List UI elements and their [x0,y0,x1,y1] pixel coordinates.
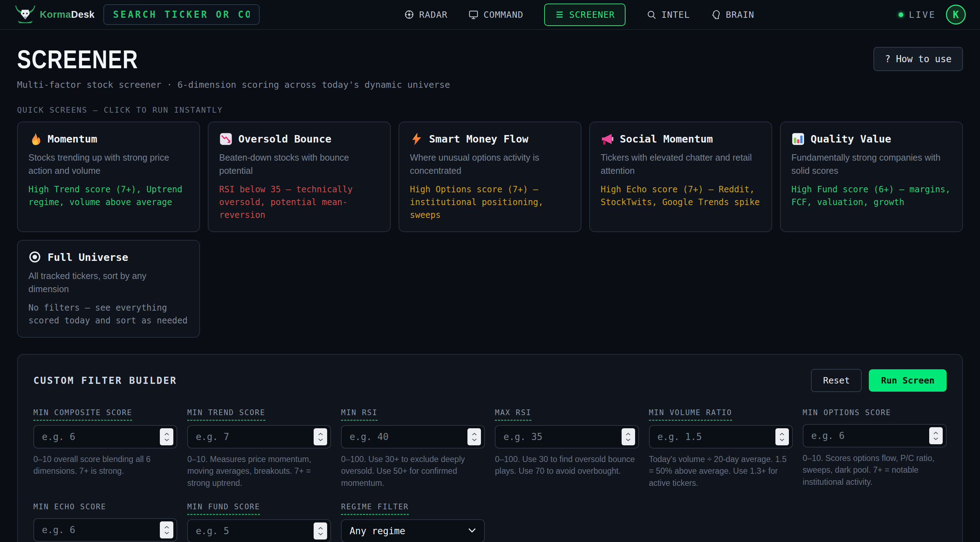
avatar[interactable]: K [946,5,966,24]
card-description: Stocks trending up with strong price act… [29,151,189,177]
field-label: MIN RSI [341,408,377,421]
number-stepper[interactable] [313,428,327,445]
filter-grid: MIN COMPOSITE SCORE 0–10 overall score b… [33,408,947,542]
card-title: Oversold Bounce [238,133,331,145]
search-input[interactable] [103,4,260,25]
field-label: MIN OPTIONS SCORE [803,408,891,420]
card-criteria: No filters — see everything scored today… [29,301,189,327]
custom-filter-builder-panel: CUSTOM FILTER BUILDER Reset Run Screen M… [17,354,963,542]
nav-item-intel[interactable]: INTEL [646,9,690,20]
quick-screen-card-full-universe[interactable]: Full Universe All tracked tickers, sort … [17,240,200,338]
bull-icon [14,3,36,26]
card-criteria: High Trend score (7+), Uptrend regime, v… [29,183,189,209]
quick-screen-card-social-momentum[interactable]: Social Momentum Tickers with elevated ch… [589,121,772,232]
field-help: 0–100. Use 30+ to exclude deeply oversol… [341,453,485,489]
field-label: MIN COMPOSITE SCORE [33,408,132,421]
nav-item-label: RADAR [419,10,447,20]
regime-filter-select[interactable]: Any regime [341,519,485,542]
card-criteria: High Options score (7+) — institutional … [410,183,570,222]
nav-item-command[interactable]: COMMAND [468,9,523,20]
quick-screen-card-oversold-bounce[interactable]: Oversold Bounce Beaten-down stocks with … [208,121,391,232]
min-options-score-input[interactable] [803,424,947,448]
card-title: Social Momentum [620,133,713,145]
card-description: Fundamentally strong companies with soli… [791,151,951,177]
search-icon [646,9,657,20]
avatar-letter: K [953,9,959,21]
field-regime-filter: REGIME FILTER Any regime Filter by price… [341,502,485,542]
number-stepper[interactable] [929,427,943,444]
quick-screens-grid: Momentum Stocks trending up with strong … [17,121,963,338]
nav-item-screener[interactable]: SCREENER [544,3,625,26]
how-to-use-button[interactable]: ? How to use [873,47,963,71]
max-rsi-input[interactable] [495,425,639,448]
nav-item-radar[interactable]: RADAR [404,9,447,20]
quick-screen-card-smart-money-flow[interactable]: Smart Money Flow Where unusual options a… [399,121,581,232]
chevron-down-icon [468,528,476,534]
chart-decreasing-icon [219,132,233,146]
card-description: Beaten-down stocks with bounce potential [219,151,379,177]
field-min-options-score: MIN OPTIONS SCORE 0–10. Scores options f… [803,408,947,489]
page-subtitle: Multi-factor stock screener · 6-dimensio… [17,80,963,90]
regime-filter-value: Any regime [350,526,405,536]
quick-screens-label: QUICK SCREENS — CLICK TO RUN INSTANTLY [17,105,963,115]
number-stepper[interactable] [313,523,327,539]
card-title: Full Universe [48,251,128,263]
nav-item-label: BRAIN [725,10,754,20]
screener-page: KormaDesk RADAR COMMAND [0,0,980,542]
radar-icon [404,9,415,20]
card-criteria: High Echo score (7+) — Reddit, StockTwit… [601,183,761,209]
number-stepper[interactable] [160,521,173,539]
card-title: Quality Value [811,133,891,145]
reset-button[interactable]: Reset [811,369,862,392]
field-help: Today's volume ÷ 20-day average. 1.5 = 5… [649,453,793,489]
megaphone-icon [601,132,614,146]
nav-item-brain[interactable]: BRAIN [710,9,754,20]
nav-right: LIVE K [899,5,966,24]
field-min-composite-score: MIN COMPOSITE SCORE 0–10 overall score b… [33,408,177,489]
min-fund-score-input[interactable] [187,519,331,542]
number-stepper[interactable] [468,428,481,445]
run-screen-button[interactable]: Run Screen [869,369,947,392]
min-echo-score-input[interactable] [33,518,177,542]
brand[interactable]: KormaDesk [14,3,95,26]
number-stepper[interactable] [775,428,789,445]
min-composite-score-input[interactable] [33,425,177,448]
monitor-icon [468,9,479,20]
target-icon [29,250,42,264]
min-trend-score-input[interactable] [187,425,331,448]
field-min-echo-score: MIN ECHO SCORE 0–10. Measures Reddit cha… [33,502,177,542]
lightning-icon [410,132,423,146]
field-label: MIN FUND SCORE [187,502,260,515]
min-rsi-input[interactable] [341,425,485,448]
field-max-rsi: MAX RSI 0–100. Use 30 to find oversold b… [495,408,639,489]
number-stepper[interactable] [160,428,173,445]
field-help: 0–10. Scores options flow, P/C ratio, sw… [803,453,947,488]
main-content: SCREENER ? How to use Multi-factor stock… [0,45,980,542]
brand-name: KormaDesk [40,9,95,20]
field-help: 0–10. Measures price momentum, moving av… [187,453,331,489]
nav-item-label: INTEL [661,10,690,20]
field-min-volume-ratio: MIN VOLUME RATIO Today's volume ÷ 20-day… [649,408,793,489]
card-description: All tracked tickers, sort by any dimensi… [29,269,189,296]
card-title: Momentum [48,133,97,145]
number-stepper[interactable] [622,428,635,445]
brain-icon [710,9,721,20]
field-label: MIN TREND SCORE [187,408,265,421]
top-nav: KormaDesk RADAR COMMAND [0,0,980,30]
page-title: SCREENER [17,45,138,74]
panel-title: CUSTOM FILTER BUILDER [33,375,177,386]
nav-item-label: COMMAND [484,10,523,20]
field-label: MAX RSI [495,408,531,421]
field-label: MIN ECHO SCORE [33,502,106,514]
field-label: MIN VOLUME RATIO [649,408,732,421]
min-volume-ratio-input[interactable] [649,425,793,448]
nav-item-label: SCREENER [570,10,615,20]
bar-chart-icon [791,132,805,146]
card-title: Smart Money Flow [429,133,528,145]
quick-screen-card-quality-value[interactable]: Quality Value Fundamentally strong compa… [780,121,963,232]
card-criteria: RSI below 35 — technically oversold, pot… [219,183,379,222]
quick-screen-card-momentum[interactable]: Momentum Stocks trending up with strong … [17,121,200,232]
filter-lines-icon [555,10,565,19]
card-description: Tickers with elevated chatter and retail… [601,151,761,177]
flame-icon [29,132,42,146]
